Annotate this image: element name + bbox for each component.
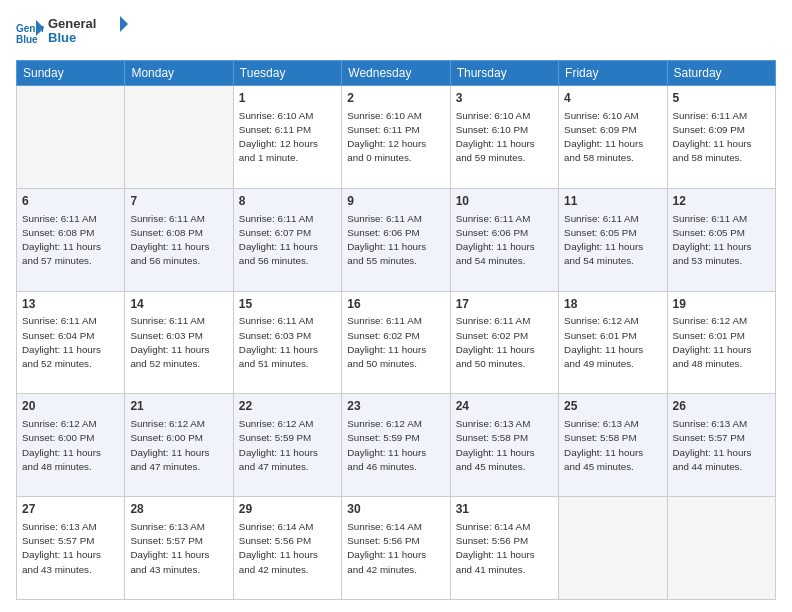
calendar-cell: 31Sunrise: 6:14 AM Sunset: 5:56 PM Dayli…	[450, 497, 558, 600]
calendar-cell: 21Sunrise: 6:12 AM Sunset: 6:00 PM Dayli…	[125, 394, 233, 497]
day-number: 7	[130, 193, 227, 210]
day-info: Sunrise: 6:12 AM Sunset: 6:00 PM Dayligh…	[130, 417, 227, 474]
day-info: Sunrise: 6:13 AM Sunset: 5:58 PM Dayligh…	[456, 417, 553, 474]
calendar-header-row: SundayMondayTuesdayWednesdayThursdayFrid…	[17, 61, 776, 86]
calendar-cell: 17Sunrise: 6:11 AM Sunset: 6:02 PM Dayli…	[450, 291, 558, 394]
day-info: Sunrise: 6:14 AM Sunset: 5:56 PM Dayligh…	[456, 520, 553, 577]
day-number: 25	[564, 398, 661, 415]
weekday-header-wednesday: Wednesday	[342, 61, 450, 86]
calendar-cell: 26Sunrise: 6:13 AM Sunset: 5:57 PM Dayli…	[667, 394, 775, 497]
calendar-week-row: 20Sunrise: 6:12 AM Sunset: 6:00 PM Dayli…	[17, 394, 776, 497]
day-number: 17	[456, 296, 553, 313]
weekday-header-saturday: Saturday	[667, 61, 775, 86]
day-info: Sunrise: 6:13 AM Sunset: 5:57 PM Dayligh…	[673, 417, 770, 474]
calendar-cell: 30Sunrise: 6:14 AM Sunset: 5:56 PM Dayli…	[342, 497, 450, 600]
calendar-table: SundayMondayTuesdayWednesdayThursdayFrid…	[16, 60, 776, 600]
day-number: 28	[130, 501, 227, 518]
calendar-cell: 20Sunrise: 6:12 AM Sunset: 6:00 PM Dayli…	[17, 394, 125, 497]
day-info: Sunrise: 6:12 AM Sunset: 6:01 PM Dayligh…	[564, 314, 661, 371]
logo: General Blue General Blue	[16, 12, 128, 52]
weekday-header-thursday: Thursday	[450, 61, 558, 86]
day-number: 22	[239, 398, 336, 415]
day-info: Sunrise: 6:11 AM Sunset: 6:03 PM Dayligh…	[130, 314, 227, 371]
svg-text:Blue: Blue	[16, 34, 38, 45]
day-number: 21	[130, 398, 227, 415]
day-number: 12	[673, 193, 770, 210]
page: General Blue General Blue SundayMondayTu…	[0, 0, 792, 612]
calendar-week-row: 13Sunrise: 6:11 AM Sunset: 6:04 PM Dayli…	[17, 291, 776, 394]
day-info: Sunrise: 6:11 AM Sunset: 6:05 PM Dayligh…	[564, 212, 661, 269]
calendar-cell: 15Sunrise: 6:11 AM Sunset: 6:03 PM Dayli…	[233, 291, 341, 394]
weekday-header-tuesday: Tuesday	[233, 61, 341, 86]
day-info: Sunrise: 6:10 AM Sunset: 6:11 PM Dayligh…	[239, 109, 336, 166]
day-info: Sunrise: 6:13 AM Sunset: 5:58 PM Dayligh…	[564, 417, 661, 474]
day-info: Sunrise: 6:10 AM Sunset: 6:10 PM Dayligh…	[456, 109, 553, 166]
calendar-cell: 6Sunrise: 6:11 AM Sunset: 6:08 PM Daylig…	[17, 188, 125, 291]
weekday-header-sunday: Sunday	[17, 61, 125, 86]
day-info: Sunrise: 6:12 AM Sunset: 5:59 PM Dayligh…	[347, 417, 444, 474]
calendar-cell	[559, 497, 667, 600]
day-info: Sunrise: 6:11 AM Sunset: 6:05 PM Dayligh…	[673, 212, 770, 269]
logo-text: General Blue	[48, 12, 128, 52]
day-number: 13	[22, 296, 119, 313]
day-number: 30	[347, 501, 444, 518]
calendar-week-row: 1Sunrise: 6:10 AM Sunset: 6:11 PM Daylig…	[17, 86, 776, 189]
day-number: 20	[22, 398, 119, 415]
calendar-cell: 10Sunrise: 6:11 AM Sunset: 6:06 PM Dayli…	[450, 188, 558, 291]
day-info: Sunrise: 6:14 AM Sunset: 5:56 PM Dayligh…	[239, 520, 336, 577]
day-number: 11	[564, 193, 661, 210]
day-info: Sunrise: 6:11 AM Sunset: 6:04 PM Dayligh…	[22, 314, 119, 371]
weekday-header-monday: Monday	[125, 61, 233, 86]
day-info: Sunrise: 6:12 AM Sunset: 5:59 PM Dayligh…	[239, 417, 336, 474]
day-info: Sunrise: 6:11 AM Sunset: 6:08 PM Dayligh…	[130, 212, 227, 269]
day-number: 8	[239, 193, 336, 210]
header: General Blue General Blue	[16, 12, 776, 52]
day-number: 5	[673, 90, 770, 107]
calendar-cell: 28Sunrise: 6:13 AM Sunset: 5:57 PM Dayli…	[125, 497, 233, 600]
calendar-cell: 13Sunrise: 6:11 AM Sunset: 6:04 PM Dayli…	[17, 291, 125, 394]
day-info: Sunrise: 6:11 AM Sunset: 6:02 PM Dayligh…	[456, 314, 553, 371]
day-number: 23	[347, 398, 444, 415]
calendar-cell	[125, 86, 233, 189]
day-number: 18	[564, 296, 661, 313]
calendar-cell: 22Sunrise: 6:12 AM Sunset: 5:59 PM Dayli…	[233, 394, 341, 497]
day-info: Sunrise: 6:14 AM Sunset: 5:56 PM Dayligh…	[347, 520, 444, 577]
logo-icon: General Blue	[16, 18, 44, 46]
day-number: 27	[22, 501, 119, 518]
calendar-cell: 23Sunrise: 6:12 AM Sunset: 5:59 PM Dayli…	[342, 394, 450, 497]
day-info: Sunrise: 6:11 AM Sunset: 6:08 PM Dayligh…	[22, 212, 119, 269]
calendar-cell: 9Sunrise: 6:11 AM Sunset: 6:06 PM Daylig…	[342, 188, 450, 291]
day-number: 19	[673, 296, 770, 313]
weekday-header-friday: Friday	[559, 61, 667, 86]
day-info: Sunrise: 6:10 AM Sunset: 6:09 PM Dayligh…	[564, 109, 661, 166]
day-info: Sunrise: 6:12 AM Sunset: 6:00 PM Dayligh…	[22, 417, 119, 474]
day-info: Sunrise: 6:11 AM Sunset: 6:02 PM Dayligh…	[347, 314, 444, 371]
calendar-cell: 24Sunrise: 6:13 AM Sunset: 5:58 PM Dayli…	[450, 394, 558, 497]
calendar-cell: 2Sunrise: 6:10 AM Sunset: 6:11 PM Daylig…	[342, 86, 450, 189]
day-number: 26	[673, 398, 770, 415]
day-info: Sunrise: 6:11 AM Sunset: 6:03 PM Dayligh…	[239, 314, 336, 371]
calendar-cell: 4Sunrise: 6:10 AM Sunset: 6:09 PM Daylig…	[559, 86, 667, 189]
calendar-week-row: 6Sunrise: 6:11 AM Sunset: 6:08 PM Daylig…	[17, 188, 776, 291]
calendar-cell: 12Sunrise: 6:11 AM Sunset: 6:05 PM Dayli…	[667, 188, 775, 291]
calendar-cell: 29Sunrise: 6:14 AM Sunset: 5:56 PM Dayli…	[233, 497, 341, 600]
day-number: 31	[456, 501, 553, 518]
day-number: 6	[22, 193, 119, 210]
calendar-cell: 7Sunrise: 6:11 AM Sunset: 6:08 PM Daylig…	[125, 188, 233, 291]
day-number: 2	[347, 90, 444, 107]
calendar-cell: 1Sunrise: 6:10 AM Sunset: 6:11 PM Daylig…	[233, 86, 341, 189]
day-number: 14	[130, 296, 227, 313]
calendar-cell: 18Sunrise: 6:12 AM Sunset: 6:01 PM Dayli…	[559, 291, 667, 394]
calendar-cell: 8Sunrise: 6:11 AM Sunset: 6:07 PM Daylig…	[233, 188, 341, 291]
day-number: 15	[239, 296, 336, 313]
svg-text:Blue: Blue	[48, 30, 76, 45]
day-info: Sunrise: 6:12 AM Sunset: 6:01 PM Dayligh…	[673, 314, 770, 371]
day-info: Sunrise: 6:13 AM Sunset: 5:57 PM Dayligh…	[22, 520, 119, 577]
day-number: 4	[564, 90, 661, 107]
day-number: 9	[347, 193, 444, 210]
day-number: 10	[456, 193, 553, 210]
calendar-cell	[667, 497, 775, 600]
calendar-cell: 11Sunrise: 6:11 AM Sunset: 6:05 PM Dayli…	[559, 188, 667, 291]
day-info: Sunrise: 6:11 AM Sunset: 6:06 PM Dayligh…	[347, 212, 444, 269]
day-info: Sunrise: 6:13 AM Sunset: 5:57 PM Dayligh…	[130, 520, 227, 577]
